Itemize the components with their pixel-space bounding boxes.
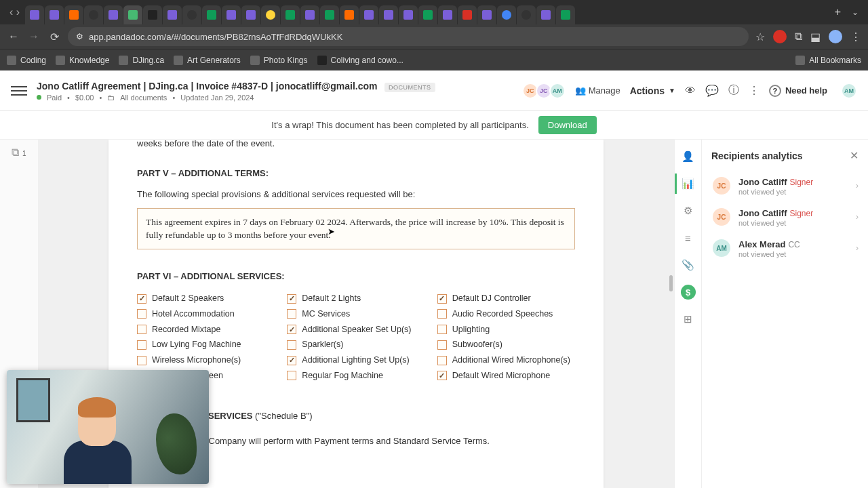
- browser-tab[interactable]: [241, 5, 260, 24]
- checkbox-icon: [437, 309, 447, 319]
- browser-tab[interactable]: [477, 5, 496, 24]
- settings-icon[interactable]: ⚙: [681, 203, 696, 218]
- service-label: Recorded Mixtape: [152, 323, 220, 336]
- browser-tab[interactable]: [182, 5, 201, 24]
- comments-icon[interactable]: 💬: [705, 84, 719, 97]
- copy-icon: ⧉: [12, 146, 19, 158]
- user-avatar[interactable]: AM: [841, 83, 857, 99]
- service-label: Default Wired Microphone: [452, 369, 551, 382]
- service-label: Regular Fog Machine: [302, 369, 383, 382]
- recipients-icon[interactable]: 👤: [681, 149, 696, 164]
- browser-tab[interactable]: [25, 5, 44, 24]
- browser-tab[interactable]: [497, 5, 516, 24]
- recipient-status: not viewed yet: [738, 188, 849, 196]
- browser-tab[interactable]: [517, 5, 536, 24]
- body-text: weeks before the date of the event.: [137, 140, 575, 150]
- doc-category-pill: DOCUMENTS: [384, 83, 435, 92]
- browser-tab[interactable]: [379, 5, 398, 24]
- bookmark-item[interactable]: Coliving and cowo...: [317, 56, 403, 65]
- browser-tab[interactable]: [556, 5, 575, 24]
- picture-in-picture-video[interactable]: [7, 370, 209, 484]
- hamburger-menu-icon[interactable]: [11, 83, 27, 98]
- kebab-menu-icon[interactable]: ⋮: [850, 30, 861, 43]
- downloads-icon[interactable]: ⬓: [810, 30, 821, 43]
- browser-tab-strip: ‹ › + ⌄: [0, 0, 868, 24]
- apps-icon[interactable]: ⊞: [681, 312, 696, 327]
- info-icon[interactable]: ⓘ: [728, 83, 739, 98]
- recipient-row[interactable]: JCJono CatliffSignernot viewed yet›: [711, 170, 859, 201]
- part5-intro: The following special provisions & addit…: [137, 188, 575, 201]
- people-icon: 👥: [575, 85, 586, 96]
- service-checkbox-item: Additional Speaker Set Up(s): [287, 323, 425, 336]
- bookmark-item[interactable]: DJing.ca: [119, 56, 164, 65]
- new-tab-button[interactable]: +: [829, 6, 846, 18]
- status-dot-icon: [37, 95, 41, 100]
- layers-icon[interactable]: ≡: [681, 230, 696, 245]
- actions-dropdown[interactable]: Actions ▼: [630, 85, 675, 96]
- help-button[interactable]: ? Need help: [769, 85, 827, 97]
- reload-button[interactable]: ⟳: [47, 30, 61, 43]
- service-label: Low Lying Fog Machine: [152, 338, 241, 351]
- close-icon[interactable]: ✕: [850, 149, 859, 162]
- url-bar-row: ← → ⟳ ⚙ app.pandadoc.com/a/#/documents/P…: [0, 24, 868, 49]
- browser-tab[interactable]: [104, 5, 123, 24]
- browser-tab[interactable]: [536, 5, 555, 24]
- chevron-right-icon: ›: [856, 212, 859, 222]
- breadcrumb[interactable]: All documents: [120, 94, 167, 102]
- browser-tab[interactable]: [458, 5, 477, 24]
- service-checkbox-item: Additional Lighting Set Up(s): [287, 354, 425, 367]
- page-number: 1: [22, 150, 26, 157]
- browser-tab[interactable]: [64, 5, 83, 24]
- bookmark-star-icon[interactable]: ☆: [755, 30, 765, 43]
- browser-tab[interactable]: [261, 5, 280, 24]
- recipient-row[interactable]: AMAlex MeradCCnot viewed yet›: [711, 232, 859, 264]
- bookmark-item[interactable]: Photo Kings: [250, 56, 308, 65]
- browser-tab[interactable]: [222, 5, 241, 24]
- browser-tab[interactable]: [418, 5, 437, 24]
- back-button[interactable]: ←: [7, 30, 20, 43]
- service-checkbox-item: Sparkler(s): [287, 338, 425, 351]
- checkbox-icon: [287, 294, 296, 304]
- tab-overflow-button[interactable]: ⌄: [846, 7, 864, 17]
- browser-tab[interactable]: [281, 5, 300, 24]
- forward-button[interactable]: →: [27, 30, 41, 43]
- recipient-row[interactable]: JCJono CatliffSignernot viewed yet›: [711, 201, 859, 232]
- doc-status: Paid: [47, 94, 62, 102]
- browser-tab[interactable]: [438, 5, 457, 24]
- kebab-menu-icon[interactable]: ⋮: [749, 84, 760, 97]
- browser-tab[interactable]: [143, 5, 162, 24]
- extension-icon[interactable]: [773, 30, 787, 43]
- page-thumbnail[interactable]: ⧉ 1: [12, 146, 26, 159]
- tab-strip: [25, 0, 829, 24]
- bookmark-item[interactable]: Art Generators: [174, 56, 241, 65]
- avatar-stack[interactable]: JC JC AM: [525, 83, 566, 99]
- checkbox-icon: [137, 340, 146, 350]
- browser-tab[interactable]: [84, 5, 103, 24]
- scrollbar-thumb[interactable]: [669, 275, 673, 291]
- manage-button[interactable]: 👥 Manage: [575, 85, 620, 96]
- url-field[interactable]: ⚙ app.pandadoc.com/a/#/documents/PB82rns…: [68, 27, 749, 46]
- browser-tab[interactable]: [45, 5, 64, 24]
- bookmark-item[interactable]: Knowledge: [56, 56, 109, 65]
- browser-tab[interactable]: [300, 5, 319, 24]
- payment-icon[interactable]: $: [681, 285, 696, 300]
- profile-avatar-icon[interactable]: [829, 30, 842, 43]
- service-checkbox-item: MC Services: [287, 308, 425, 321]
- preview-icon[interactable]: 👁: [685, 85, 696, 97]
- browser-tab[interactable]: [202, 5, 221, 24]
- download-button[interactable]: Download: [538, 116, 597, 134]
- recipients-panel: Recipients analytics ✕ JCJono CatliffSig…: [701, 140, 868, 488]
- browser-tab[interactable]: [163, 5, 182, 24]
- browser-tab[interactable]: [320, 5, 339, 24]
- extensions-icon[interactable]: ⧉: [795, 30, 802, 43]
- browser-tab-active[interactable]: [123, 5, 142, 24]
- browser-tab[interactable]: [399, 5, 418, 24]
- site-info-icon[interactable]: ⚙: [76, 32, 83, 41]
- browser-tab[interactable]: [359, 5, 378, 24]
- bookmark-item[interactable]: Coding: [7, 56, 46, 65]
- service-checkbox-item: Audio Recorded Speeches: [437, 308, 575, 321]
- all-bookmarks[interactable]: All Bookmarks: [795, 56, 861, 65]
- attachment-icon[interactable]: 📎: [681, 258, 696, 272]
- browser-tab[interactable]: [340, 5, 359, 24]
- analytics-icon[interactable]: 📊: [681, 176, 696, 191]
